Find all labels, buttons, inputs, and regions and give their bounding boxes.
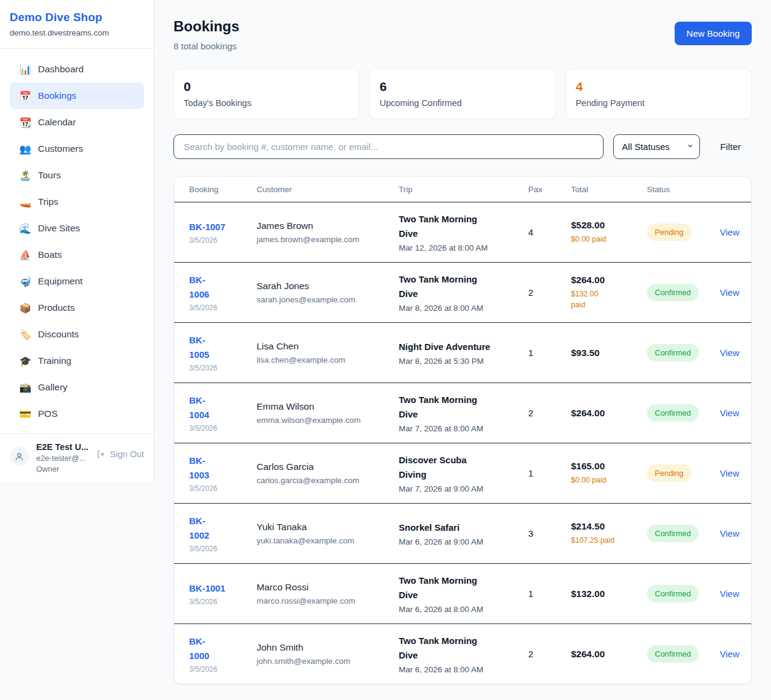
view-button[interactable]: View — [720, 649, 739, 659]
view-button[interactable]: View — [720, 348, 739, 358]
column-header-booking: Booking — [189, 185, 257, 194]
booking-id-link[interactable]: BK- 1003 — [189, 454, 209, 482]
sidebar-item-bookings[interactable]: 📅 Bookings — [10, 83, 144, 109]
table-row: BK- 1000 3/5/2026 John Smith john.smith@… — [174, 623, 751, 684]
tear-off-calendar-icon: 📆 — [19, 117, 31, 128]
brand-block: Demo Dive Shop demo.test.divestreams.com — [0, 0, 154, 49]
sidebar-item-boats[interactable]: ⛵ Boats — [10, 242, 144, 268]
booking-id-link[interactable]: BK-1001 — [189, 581, 225, 595]
calendar-icon: 📅 — [19, 90, 31, 102]
sidebar-item-tours[interactable]: 🏝️ Tours — [10, 162, 144, 189]
trip-datetime: Mar 6, 2026 at 8:00 AM — [399, 665, 522, 674]
paid-amount: $107.25 paid — [571, 535, 641, 546]
trip-datetime: Mar 7, 2026 at 8:00 AM — [399, 424, 522, 433]
main-content: Bookings 8 total bookings New Booking 0 … — [154, 0, 771, 684]
wave-icon: 🌊 — [19, 223, 31, 234]
sign-out-button[interactable]: Sign Out — [96, 449, 144, 459]
view-button[interactable]: View — [720, 408, 739, 418]
status-badge: Confirmed — [647, 404, 699, 422]
sidebar-item-label: Gallery — [38, 382, 67, 393]
booking-id-link[interactable]: BK-1007 — [189, 220, 225, 234]
view-button[interactable]: View — [720, 287, 739, 298]
pax-count: 2 — [528, 649, 571, 659]
view-button[interactable]: View — [720, 589, 739, 599]
status-filter-select[interactable]: All Statuses — [613, 134, 700, 159]
booking-id-link[interactable]: BK- 1006 — [189, 273, 209, 301]
sidebar-item-training[interactable]: 🎓 Training — [10, 348, 144, 374]
avatar — [10, 447, 29, 466]
sidebar-item-pos[interactable]: 💳 POS — [10, 401, 144, 427]
total-amount: $264.00 — [571, 408, 641, 419]
booking-id-link[interactable]: BK- 1000 — [189, 634, 209, 663]
customer-name: James Brown — [257, 220, 393, 231]
camera-icon: 📸 — [19, 382, 31, 393]
column-header-trip: Trip — [399, 185, 528, 194]
user-name: E2E Test U... — [36, 442, 89, 452]
sidebar-item-trips[interactable]: 🚤 Trips — [10, 189, 144, 215]
customer-email: john.smith@example.com — [257, 657, 393, 666]
booking-date: 3/5/2026 — [189, 484, 251, 493]
booking-date: 3/5/2026 — [189, 304, 251, 312]
table-row: BK-1001 3/5/2026 Marco Rossi marco.rossi… — [174, 563, 751, 623]
sidebar-item-gallery[interactable]: 📸 Gallery — [10, 374, 144, 401]
user-email: e2e-tester@... — [36, 454, 89, 463]
sidebar-item-customers[interactable]: 👥 Customers — [10, 136, 144, 162]
trip-name: Night Dive Adventure — [399, 340, 522, 354]
sidebar-footer: E2E Test U... e2e-tester@... Owner Sign … — [0, 433, 154, 482]
sign-out-icon — [96, 449, 106, 459]
status-badge: Confirmed — [647, 284, 699, 301]
table-row: BK- 1006 3/5/2026 Sarah Jones sarah.jone… — [174, 262, 751, 322]
pax-count: 1 — [528, 348, 571, 358]
trip-name: Two Tank Morning Dive — [399, 272, 522, 301]
sidebar-item-calendar[interactable]: 📆 Calendar — [10, 109, 144, 136]
customer-name: Emma Wilson — [257, 401, 393, 412]
table-row: BK-1007 3/5/2026 James Brown james.brown… — [174, 202, 751, 262]
trip-datetime: Mar 8, 2026 at 5:30 PM — [399, 357, 522, 366]
total-amount: $93.50 — [571, 348, 641, 358]
trip-datetime: Mar 7, 2026 at 9:00 AM — [399, 484, 522, 493]
sidebar-item-products[interactable]: 📦 Products — [10, 295, 144, 321]
page-title: Bookings — [173, 18, 239, 35]
tag-icon: 🏷️ — [19, 329, 31, 340]
customer-email: marco.rossi@example.com — [257, 596, 393, 605]
bookings-table: Booking Customer Trip Pax Total Status B… — [173, 176, 752, 684]
trip-name: Two Tank Morning Dive — [399, 634, 522, 662]
sidebar-item-label: Calendar — [38, 117, 76, 128]
sidebar-item-dashboard[interactable]: 📊 Dashboard — [10, 56, 144, 83]
filter-button[interactable]: Filter — [710, 134, 752, 159]
brand-name: Demo Dive Shop — [10, 11, 144, 24]
booking-id-link[interactable]: BK- 1002 — [189, 514, 209, 542]
view-button[interactable]: View — [720, 227, 739, 237]
diving-mask-icon: 🤿 — [19, 276, 31, 287]
sign-out-label: Sign Out — [110, 449, 144, 459]
sidebar-item-equipment[interactable]: 🤿 Equipment — [10, 268, 144, 295]
sidebar: Demo Dive Shop demo.test.divestreams.com… — [0, 0, 154, 482]
booking-date: 3/5/2026 — [189, 364, 251, 372]
pax-count: 3 — [528, 528, 571, 539]
search-input[interactable] — [173, 134, 604, 159]
sidebar-item-discounts[interactable]: 🏷️ Discounts — [10, 321, 144, 348]
filter-row: All Statuses Filter — [173, 134, 752, 159]
booking-id-link[interactable]: BK- 1004 — [189, 393, 209, 422]
customer-name: Carlos Garcia — [257, 461, 393, 472]
customer-email: yuki.tanaka@example.com — [257, 536, 393, 545]
view-button[interactable]: View — [720, 528, 739, 539]
total-amount: $165.00 — [571, 461, 641, 472]
booking-id-link[interactable]: BK- 1005 — [189, 333, 209, 361]
sidebar-item-label: Training — [38, 355, 71, 366]
sidebar-item-label: Dive Sites — [38, 223, 80, 234]
new-booking-button[interactable]: New Booking — [675, 22, 752, 45]
sailboat-icon: ⛵ — [19, 249, 31, 261]
trip-name: Two Tank Morning Dive — [399, 212, 522, 240]
stat-card-upcoming-confirmed: 6 Upcoming Confirmed — [369, 69, 555, 119]
status-select-wrap: All Statuses — [613, 134, 700, 159]
sidebar-item-label: Equipment — [38, 276, 83, 287]
trip-name: Discover Scuba Diving — [399, 453, 522, 481]
sidebar-item-dive-sites[interactable]: 🌊 Dive Sites — [10, 215, 144, 242]
customer-name: Marco Rossi — [257, 582, 393, 593]
trip-name: Two Tank Morning Dive — [399, 573, 522, 602]
column-header-pax: Pax — [528, 185, 571, 194]
customer-name: John Smith — [257, 642, 393, 653]
view-button[interactable]: View — [720, 468, 739, 478]
sidebar-item-label: Tours — [38, 170, 61, 181]
